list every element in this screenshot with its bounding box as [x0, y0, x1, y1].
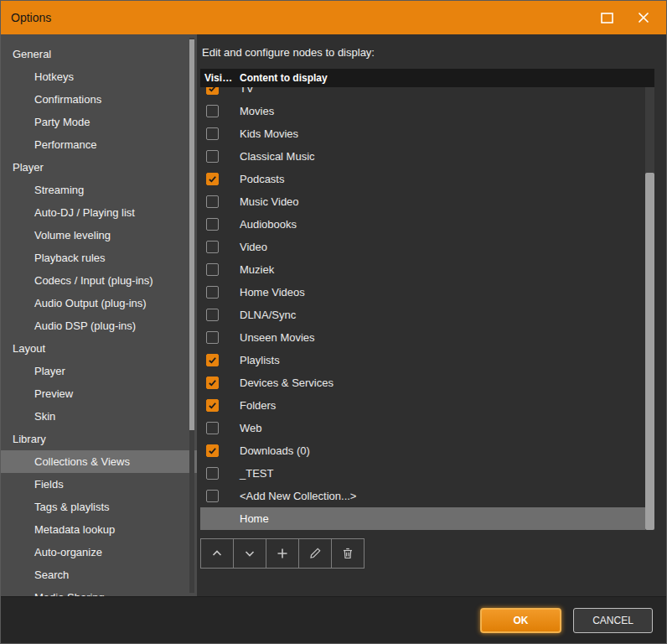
sidebar-item-player[interactable]: Player	[1, 360, 197, 382]
cancel-button[interactable]: CANCEL	[573, 608, 653, 633]
maximize-icon	[601, 13, 613, 23]
sidebar-item-tags-playlists[interactable]: Tags & playlists	[1, 496, 197, 518]
node-row-add-new-collection[interactable]: <Add New Collection...>	[200, 485, 654, 507]
sidebar-item-playback-rules[interactable]: Playback rules	[1, 247, 197, 269]
sidebar-item-label: Skin	[34, 410, 55, 423]
check-icon	[208, 378, 217, 387]
sidebar-item-streaming[interactable]: Streaming	[1, 179, 197, 201]
node-label: Kids Movies	[240, 122, 654, 145]
settings-nav-sidebar: GeneralHotkeysConfirmationsParty ModePer…	[1, 34, 197, 596]
visible-checkbox-checked[interactable]	[206, 444, 219, 457]
visible-checkbox-unchecked[interactable]	[206, 490, 219, 502]
node-row-playlists[interactable]: Playlists	[200, 349, 654, 371]
visible-checkbox-unchecked[interactable]	[206, 127, 219, 140]
sidebar-item-label: Performance	[34, 138, 96, 151]
sidebar-item-label: Tags & playlists	[34, 501, 110, 513]
trash-icon	[341, 547, 354, 560]
list-scrollbar-thumb[interactable]	[645, 173, 654, 530]
sidebar-item-label: Party Mode	[34, 116, 90, 128]
visible-checkbox-unchecked[interactable]	[206, 150, 219, 163]
close-button[interactable]	[631, 5, 656, 30]
sidebar-item-hotkeys[interactable]: Hotkeys	[1, 65, 197, 88]
close-icon	[638, 12, 649, 23]
move-down-button[interactable]	[233, 538, 266, 569]
sidebar-item-collections-views[interactable]: Collections & Views	[1, 450, 197, 473]
node-row-web[interactable]: Web	[200, 417, 654, 439]
list-scrollbar[interactable]	[645, 87, 654, 530]
edit-button[interactable]	[298, 538, 332, 569]
pencil-icon	[308, 547, 322, 560]
visible-checkbox-unchecked[interactable]	[206, 286, 219, 299]
sidebar-item-auto-organize[interactable]: Auto-organize	[1, 541, 197, 564]
node-row-downloads-0[interactable]: Downloads (0)	[200, 439, 654, 462]
sidebar-item-audio-output-plug-ins[interactable]: Audio Output (plug-ins)	[1, 292, 197, 314]
node-row-dlna-sync[interactable]: DLNA/Sync	[200, 304, 654, 326]
sidebar-item-auto-dj-playing-list[interactable]: Auto-DJ / Playing list	[1, 201, 197, 224]
delete-button[interactable]	[331, 538, 365, 569]
node-row-folders[interactable]: Folders	[200, 394, 654, 417]
chevron-down-icon	[243, 547, 256, 560]
sidebar-item-confirmations[interactable]: Confirmations	[1, 88, 197, 111]
node-label: Unseen Movies	[240, 326, 654, 349]
move-up-button[interactable]	[200, 538, 234, 569]
node-row-home-videos[interactable]: Home Videos	[200, 281, 654, 304]
node-row-audiobooks[interactable]: Audiobooks	[200, 213, 654, 236]
sidebar-item-codecs-input-plug-ins[interactable]: Codecs / Input (plug-ins)	[1, 269, 197, 292]
sidebar-item-layout[interactable]: Layout	[1, 337, 197, 360]
visible-checkbox-unchecked[interactable]	[206, 195, 219, 208]
visible-checkbox-unchecked[interactable]	[206, 309, 219, 321]
node-row-movies[interactable]: Movies	[200, 100, 654, 122]
node-row-tv[interactable]: TV	[200, 87, 654, 100]
sidebar-item-audio-dsp-plug-ins[interactable]: Audio DSP (plug-ins)	[1, 314, 197, 337]
sidebar-item-preview[interactable]: Preview	[1, 382, 197, 405]
sidebar-item-skin[interactable]: Skin	[1, 405, 197, 428]
node-row-test[interactable]: _TEST	[200, 462, 654, 485]
visible-checkbox-checked[interactable]	[206, 377, 219, 389]
add-button[interactable]	[266, 538, 299, 569]
sidebar-item-party-mode[interactable]: Party Mode	[1, 111, 197, 133]
visible-checkbox-unchecked[interactable]	[206, 105, 219, 117]
node-row-video[interactable]: Video	[200, 236, 654, 258]
sidebar-item-volume-leveling[interactable]: Volume leveling	[1, 224, 197, 247]
sidebar-item-label: Metadata lookup	[34, 523, 115, 536]
node-row-podcasts[interactable]: Podcasts	[200, 168, 654, 190]
node-label: DLNA/Sync	[240, 304, 654, 326]
visible-checkbox-checked[interactable]	[206, 354, 219, 366]
node-row-home[interactable]: Home	[200, 507, 654, 530]
visible-checkbox-unchecked[interactable]	[206, 422, 219, 434]
visible-checkbox-unchecked[interactable]	[206, 241, 219, 253]
sidebar-scrollbar[interactable]	[189, 38, 194, 593]
visible-checkbox-unchecked[interactable]	[206, 467, 219, 480]
check-icon	[208, 356, 217, 365]
nodes-table: Visi… Content to display TVMoviesKids Mo…	[200, 69, 654, 530]
sidebar-item-fields[interactable]: Fields	[1, 473, 197, 496]
section-heading: Edit and configure nodes to display:	[202, 46, 654, 59]
visible-checkbox-unchecked[interactable]	[206, 218, 219, 231]
node-row-muziek[interactable]: Muziek	[200, 258, 654, 281]
sidebar-item-metadata-lookup[interactable]: Metadata lookup	[1, 518, 197, 541]
sidebar-item-general[interactable]: General	[1, 43, 197, 65]
visible-checkbox-unchecked[interactable]	[206, 263, 219, 276]
node-row-kids-movies[interactable]: Kids Movies	[200, 122, 654, 145]
sidebar-item-label: Player	[34, 365, 65, 377]
sidebar-item-player[interactable]: Player	[1, 156, 197, 179]
node-label: Folders	[240, 394, 654, 417]
options-dialog: Options GeneralHotkeysConfirmationsParty…	[0, 0, 667, 644]
visible-checkbox-unchecked[interactable]	[206, 331, 219, 344]
sidebar-item-media-sharing[interactable]: Media Sharing	[1, 586, 197, 596]
maximize-button[interactable]	[594, 5, 619, 30]
visible-checkbox-checked[interactable]	[206, 399, 219, 412]
node-row-unseen-movies[interactable]: Unseen Movies	[200, 326, 654, 349]
node-label: <Add New Collection...>	[240, 485, 654, 507]
sidebar-item-search[interactable]: Search	[1, 564, 197, 586]
sidebar-item-performance[interactable]: Performance	[1, 133, 197, 156]
node-row-classical-music[interactable]: Classical Music	[200, 145, 654, 168]
sidebar-item-label: Confirmations	[34, 93, 101, 106]
node-row-music-video[interactable]: Music Video	[200, 190, 654, 213]
node-row-devices-services[interactable]: Devices & Services	[200, 371, 654, 394]
visible-checkbox-checked[interactable]	[206, 173, 219, 185]
visible-checkbox-checked[interactable]	[206, 87, 219, 95]
ok-button[interactable]: OK	[480, 608, 561, 633]
sidebar-item-library[interactable]: Library	[1, 428, 197, 450]
sidebar-scrollbar-thumb[interactable]	[189, 39, 194, 430]
